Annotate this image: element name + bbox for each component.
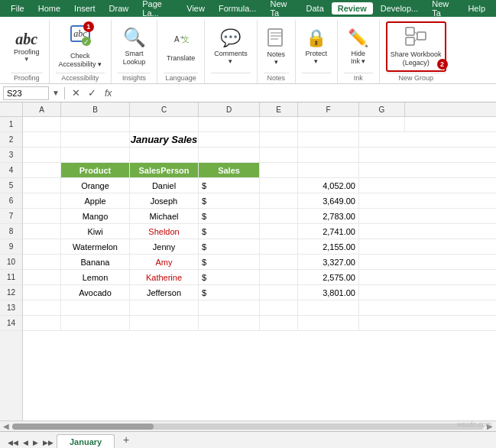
row-header-11[interactable]: 11 xyxy=(0,270,22,285)
row-header-7[interactable]: 7 xyxy=(0,209,22,224)
cell-a7[interactable] xyxy=(23,209,61,223)
cell-c9-salesperson[interactable]: Jenny xyxy=(130,239,199,254)
notes-button[interactable]: Notes▾ xyxy=(264,21,288,72)
cell-c8-salesperson[interactable]: Sheldon xyxy=(130,224,199,239)
cell-f9-sales[interactable]: 2,155.00 xyxy=(298,239,359,254)
cell-c12-salesperson[interactable]: Jefferson xyxy=(130,285,199,300)
header-salesperson[interactable]: SalesPerson xyxy=(130,163,199,177)
cell-a12[interactable] xyxy=(23,285,61,300)
col-header-b[interactable]: B xyxy=(61,102,130,116)
row-header-9[interactable]: 9 xyxy=(0,239,22,255)
row-header-2[interactable]: 2 xyxy=(0,132,22,148)
col-header-a[interactable]: A xyxy=(23,102,61,116)
cell-g1[interactable] xyxy=(359,117,405,131)
row-header-6[interactable]: 6 xyxy=(0,193,22,209)
cell-c3[interactable] xyxy=(130,148,199,162)
cell-g4[interactable] xyxy=(359,163,405,177)
col-header-f[interactable]: F xyxy=(298,102,359,116)
scroll-left-icon[interactable]: ◀ xyxy=(3,422,9,430)
cell-e8[interactable] xyxy=(260,224,298,239)
smart-lookup-button[interactable]: 🔍 SmartLookup xyxy=(120,21,149,72)
cell-d2[interactable] xyxy=(199,132,260,147)
tab-nav-next[interactable]: ▶ xyxy=(31,439,40,446)
cell-f4[interactable] xyxy=(298,163,359,177)
cell-f11-sales[interactable]: 2,575.00 xyxy=(298,270,359,284)
protect-button[interactable]: 🔒 Protect▾ xyxy=(302,21,330,72)
cell-b8-product[interactable]: Kiwi xyxy=(61,224,130,239)
cell-a9[interactable] xyxy=(23,239,61,254)
cell-a1[interactable] xyxy=(23,117,61,131)
cell-e2[interactable] xyxy=(260,132,298,147)
proofing-button[interactable]: abc Proofing ▼ xyxy=(11,21,43,72)
menu-develop[interactable]: Develop... xyxy=(374,2,425,15)
cell-g3[interactable] xyxy=(359,148,405,162)
translate-button[interactable]: A 文 Translate xyxy=(164,21,198,72)
cell-g2[interactable] xyxy=(359,132,405,147)
tab-nav-left[interactable]: ◀◀ xyxy=(6,439,20,446)
menu-file[interactable]: File xyxy=(5,2,31,15)
cell-a3[interactable] xyxy=(23,148,61,162)
cell-b2[interactable] xyxy=(61,132,130,147)
tab-nav-prev[interactable]: ◀ xyxy=(21,439,30,446)
tab-nav-last[interactable]: ▶▶ xyxy=(41,439,55,446)
cell-e9[interactable] xyxy=(260,239,298,254)
cell-d6-currency[interactable]: $ xyxy=(199,193,260,208)
cell-e3[interactable] xyxy=(260,148,298,162)
name-box-dropdown[interactable]: ▼ xyxy=(52,89,60,97)
cell-e4[interactable] xyxy=(260,163,298,177)
sheet-tab-january[interactable]: January xyxy=(57,434,115,448)
cell-b12-product[interactable]: Avocado xyxy=(61,285,130,300)
cell-b1[interactable] xyxy=(61,117,130,131)
cell-g11[interactable] xyxy=(359,270,405,284)
menu-help[interactable]: Help xyxy=(462,2,491,15)
cell-c1[interactable] xyxy=(130,117,199,131)
cell-e11[interactable] xyxy=(260,270,298,284)
cell-g8[interactable] xyxy=(359,224,405,239)
row-header-12[interactable]: 12 xyxy=(0,285,22,300)
cell-b6-product[interactable]: Apple xyxy=(61,193,130,208)
cell-e7[interactable] xyxy=(260,209,298,223)
cell-f5-sales[interactable]: 4,052.00 xyxy=(298,178,359,193)
cell-b5-product[interactable]: Orange xyxy=(61,178,130,193)
col-header-c[interactable]: C xyxy=(130,102,199,116)
cell-f7-sales[interactable]: 2,783.00 xyxy=(298,209,359,223)
cell-a10[interactable] xyxy=(23,255,61,269)
row-header-1[interactable]: 1 xyxy=(0,117,22,132)
menu-draw[interactable]: Draw xyxy=(103,2,135,15)
cell-d5-currency[interactable]: $ xyxy=(199,178,260,193)
scroll-thumb[interactable] xyxy=(12,424,154,430)
cell-g9[interactable] xyxy=(359,239,405,254)
cell-f6-sales[interactable]: 3,649.00 xyxy=(298,193,359,208)
cell-g10[interactable] xyxy=(359,255,405,269)
hide-ink-button[interactable]: ✏️ HideInk ▾ xyxy=(345,21,371,72)
cell-g12[interactable] xyxy=(359,285,405,300)
formula-input[interactable] xyxy=(118,86,493,100)
cell-a11[interactable] xyxy=(23,270,61,284)
col-header-e[interactable]: E xyxy=(260,102,298,116)
scroll-track[interactable] xyxy=(12,424,484,430)
comments-button[interactable]: 💬 Comments▾ xyxy=(211,21,251,72)
cell-c7-salesperson[interactable]: Michael xyxy=(130,209,199,223)
row-header-4[interactable]: 4 xyxy=(0,163,22,178)
cell-b10-product[interactable]: Banana xyxy=(61,255,130,269)
cell-f1[interactable] xyxy=(298,117,359,131)
cell-a8[interactable] xyxy=(23,224,61,239)
cell-d12-currency[interactable]: $ xyxy=(199,285,260,300)
menu-data[interactable]: Data xyxy=(300,2,330,15)
cell-a6[interactable] xyxy=(23,193,61,208)
cell-g7[interactable] xyxy=(359,209,405,223)
cell-a5[interactable] xyxy=(23,178,61,193)
cell-d11-currency[interactable]: $ xyxy=(199,270,260,284)
cell-d8-currency[interactable]: $ xyxy=(199,224,260,239)
cell-f2[interactable] xyxy=(298,132,359,147)
row-header-5[interactable]: 5 xyxy=(0,178,22,193)
cell-c5-salesperson[interactable]: Daniel xyxy=(130,178,199,193)
menu-insert[interactable]: Insert xyxy=(68,2,102,15)
cell-d9-currency[interactable]: $ xyxy=(199,239,260,254)
cell-b9-product[interactable]: Watermelon xyxy=(61,239,130,254)
row-header-8[interactable]: 8 xyxy=(0,224,22,239)
sheet-tab-add[interactable]: + xyxy=(119,433,133,446)
menu-review[interactable]: Review xyxy=(332,2,373,15)
row-header-3[interactable]: 3 xyxy=(0,148,22,163)
cell-e12[interactable] xyxy=(260,285,298,300)
